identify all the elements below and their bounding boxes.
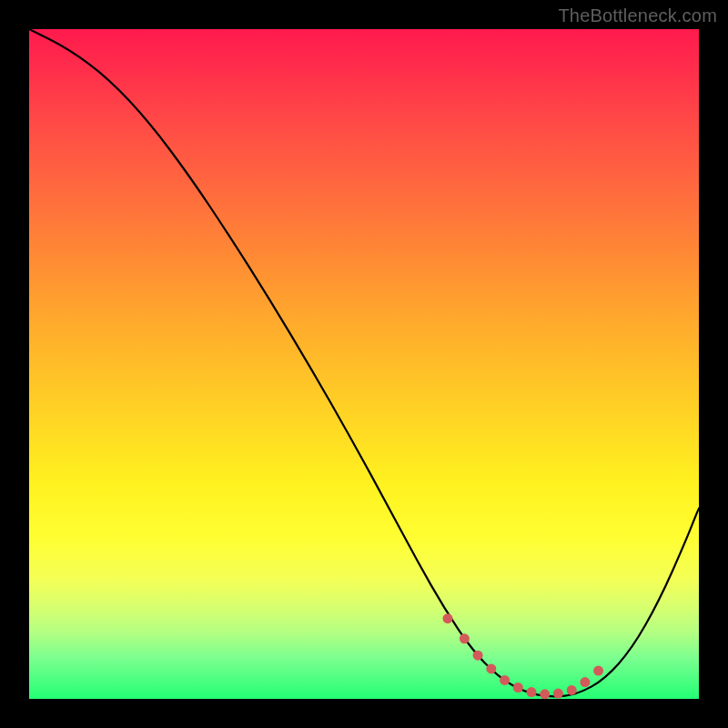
marker-dot [460, 633, 470, 643]
marker-dot [443, 613, 453, 623]
watermark-text: TheBottleneck.com [558, 5, 717, 26]
marker-dot [527, 687, 537, 697]
marker-dot [486, 663, 496, 673]
marker-dot [553, 689, 563, 699]
chart-container: TheBottleneck.com [0, 0, 728, 728]
marker-dot [593, 666, 603, 676]
marker-dot [567, 685, 577, 695]
marker-dot [473, 651, 483, 661]
marker-dot [580, 677, 590, 687]
curve-line [29, 29, 699, 696]
marker-dot [540, 689, 550, 699]
marker-dot [500, 675, 510, 685]
plot-area [29, 29, 699, 699]
marker-dot [513, 682, 523, 693]
marker-group [443, 613, 604, 699]
chart-svg [29, 29, 699, 699]
